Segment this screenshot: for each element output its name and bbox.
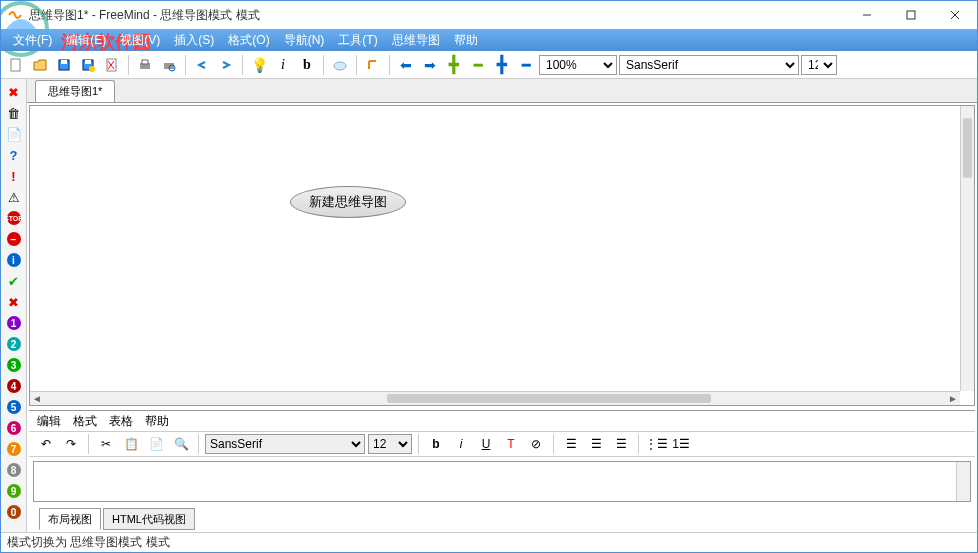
align-center-button[interactable]: ☰ [585,434,607,454]
root-node[interactable]: 新建思维导图 [290,186,406,218]
trash-icon[interactable]: 🗑 [5,104,23,122]
horizontal-scrollbar[interactable]: ◄ ► [30,391,960,405]
priority-9-icon[interactable]: 9 [5,482,23,500]
ok-icon[interactable]: ✔ [5,272,23,290]
align-right-button[interactable]: ☰ [610,434,632,454]
number-list-button[interactable]: 1☰ [670,434,692,454]
new-button[interactable] [5,54,27,76]
not-ok-icon[interactable]: ✖ [5,293,23,311]
cut-button[interactable]: ✂ [95,434,117,454]
menu-format[interactable]: 格式(O) [222,30,275,51]
menu-navigate[interactable]: 导航(N) [278,30,331,51]
idea-button[interactable]: 💡 [248,54,270,76]
cloud-button[interactable] [329,54,351,76]
editor-redo-button[interactable]: ↷ [60,434,82,454]
svg-rect-7 [61,60,67,64]
menu-help[interactable]: 帮助 [448,30,484,51]
menu-insert[interactable]: 插入(S) [168,30,220,51]
menu-view[interactable]: 视图(V) [114,30,166,51]
svg-point-10 [89,66,95,72]
italic-button[interactable]: i [272,54,294,76]
scroll-right-icon[interactable]: ► [946,393,960,404]
stop-icon[interactable]: STOP [5,209,23,227]
editor-menu-format[interactable]: 格式 [73,413,97,430]
editor-bold-button[interactable]: b [425,434,447,454]
priority-0-icon[interactable]: 0 [5,503,23,521]
app-icon [7,7,23,23]
editor-toolbar: ↶ ↷ ✂ 📋 📄 🔍 SansSerif 12 b i U T ⊘ ☰ ☰ ☰ [29,431,975,457]
cancel-icon[interactable]: − [5,230,23,248]
print-button[interactable] [134,54,156,76]
menu-mindmap[interactable]: 思维导图 [386,30,446,51]
copy-button[interactable]: 📋 [120,434,142,454]
svg-rect-2 [907,11,915,19]
editor-menubar: 编辑 格式 表格 帮助 [29,411,975,431]
align-left-button[interactable]: ☰ [560,434,582,454]
bullet-list-button[interactable]: ⋮☰ [645,434,667,454]
statusbar: 模式切换为 思维导图模式 模式 [1,532,977,552]
mindmap-canvas[interactable]: 新建思维导图 [30,106,960,391]
add-sibling-button[interactable]: ╋ [443,54,465,76]
font-color-button[interactable]: T [500,434,522,454]
tab-layout-view[interactable]: 布局视图 [39,508,101,530]
editor-undo-button[interactable]: ↶ [35,434,57,454]
help-icon[interactable]: ? [5,146,23,164]
paste-button[interactable]: 📄 [145,434,167,454]
fontsize-select[interactable]: 12 [801,55,837,75]
print-preview-button[interactable] [158,54,180,76]
vertical-scrollbar[interactable] [960,106,974,391]
remove-child-button[interactable]: ━ [515,54,537,76]
tab-html-view[interactable]: HTML代码视图 [103,508,195,530]
remove-icon[interactable]: ✖ [5,83,23,101]
font-select[interactable]: SansSerif [619,55,799,75]
find-button[interactable] [362,54,384,76]
menu-tools[interactable]: 工具(T) [332,30,383,51]
scroll-left-icon[interactable]: ◄ [30,393,44,404]
saveas-button[interactable] [77,54,99,76]
note-editor: 编辑 格式 表格 帮助 ↶ ↷ ✂ 📋 📄 🔍 SansSerif 12 b i… [29,410,975,530]
editor-font-select[interactable]: SansSerif [205,434,365,454]
editor-menu-help[interactable]: 帮助 [145,413,169,430]
editor-fontsize-select[interactable]: 12 [368,434,412,454]
editor-menu-table[interactable]: 表格 [109,413,133,430]
save-button[interactable] [53,54,75,76]
bold-button[interactable]: b [296,54,318,76]
priority-1-icon[interactable]: 1 [5,314,23,332]
minimize-button[interactable] [845,1,889,29]
remove-node-button[interactable]: ━ [467,54,489,76]
editor-menu-edit[interactable]: 编辑 [37,413,61,430]
menubar: 河东软件园 文件(F) 编辑(E) 视图(V) 插入(S) 格式(O) 导航(N… [1,29,977,51]
close-file-button[interactable] [101,54,123,76]
add-child-button[interactable]: ╋ [491,54,513,76]
note-icon[interactable]: 📄 [5,125,23,143]
redo-button[interactable] [215,54,237,76]
menu-file[interactable]: 文件(F) [7,30,58,51]
clear-format-button[interactable]: ⊘ [525,434,547,454]
close-button[interactable] [933,1,977,29]
svg-rect-15 [142,60,148,64]
nav-next-button[interactable]: ➡ [419,54,441,76]
priority-5-icon[interactable]: 5 [5,398,23,416]
priority-8-icon[interactable]: 8 [5,461,23,479]
editor-underline-button[interactable]: U [475,434,497,454]
info-icon[interactable]: i [5,251,23,269]
priority-4-icon[interactable]: 4 [5,377,23,395]
document-tab[interactable]: 思维导图1* [35,80,115,102]
editor-textarea[interactable] [33,461,971,502]
maximize-button[interactable] [889,1,933,29]
priority-6-icon[interactable]: 6 [5,419,23,437]
find-replace-button[interactable]: 🔍 [170,434,192,454]
document-tabbar: 思维导图1* [27,79,977,103]
priority-3-icon[interactable]: 3 [5,356,23,374]
editor-scrollbar[interactable] [956,462,970,501]
priority-7-icon[interactable]: 7 [5,440,23,458]
important-icon[interactable]: ! [5,167,23,185]
menu-edit[interactable]: 编辑(E) [60,30,112,51]
zoom-select[interactable]: 100% [539,55,617,75]
priority-2-icon[interactable]: 2 [5,335,23,353]
warning-icon[interactable]: ⚠ [5,188,23,206]
open-button[interactable] [29,54,51,76]
editor-italic-button[interactable]: i [450,434,472,454]
undo-button[interactable] [191,54,213,76]
nav-prev-button[interactable]: ⬅ [395,54,417,76]
